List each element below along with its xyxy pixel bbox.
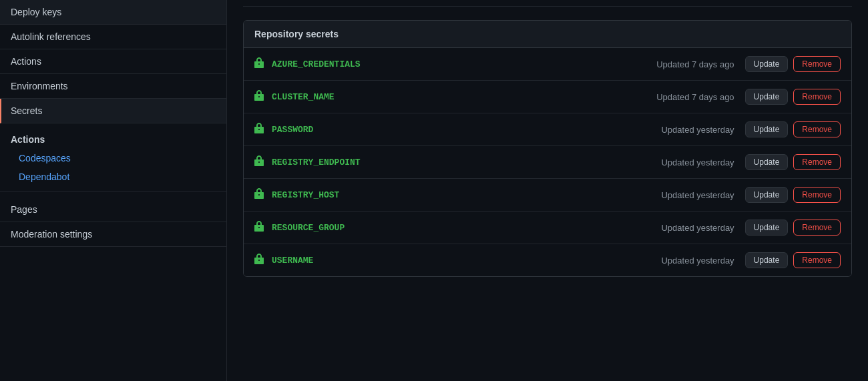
lock-icon — [254, 188, 264, 202]
lock-icon — [254, 123, 264, 136]
table-row: REGISTRY_ENDPOINT Updated yesterday Upda… — [244, 146, 851, 179]
sidebar-item-secrets[interactable]: Secrets — [0, 99, 226, 123]
table-row: AZURE_CREDENTIALS Updated 7 days ago Upd… — [244, 48, 851, 81]
secret-action-buttons: Update Remove — [745, 89, 841, 105]
remove-button[interactable]: Remove — [793, 220, 841, 236]
update-button[interactable]: Update — [745, 121, 789, 137]
secret-updated-timestamp: Updated yesterday — [661, 190, 734, 200]
top-bar — [243, 0, 852, 7]
update-button[interactable]: Update — [745, 187, 789, 203]
table-row: REGISTRY_HOST Updated yesterday Update R… — [244, 179, 851, 212]
secret-updated-timestamp: Updated yesterday — [661, 157, 734, 167]
remove-button[interactable]: Remove — [793, 252, 841, 268]
sidebar-item-environments[interactable]: Environments — [0, 74, 226, 99]
secret-action-buttons: Update Remove — [745, 154, 841, 170]
secret-action-buttons: Update Remove — [745, 252, 841, 268]
update-button[interactable]: Update — [745, 220, 789, 236]
remove-button[interactable]: Remove — [793, 56, 841, 72]
update-button[interactable]: Update — [745, 252, 789, 268]
sidebar-item-deploy-keys[interactable]: Deploy keys — [0, 0, 226, 25]
update-button[interactable]: Update — [745, 154, 789, 170]
secret-updated-timestamp: Updated yesterday — [661, 125, 734, 135]
sidebar-item-actions[interactable]: Actions — [0, 49, 226, 74]
secret-name: REGISTRY_ENDPOINT — [272, 157, 661, 167]
secret-updated-timestamp: Updated yesterday — [661, 256, 734, 266]
secret-updated-timestamp: Updated 7 days ago — [656, 59, 734, 69]
secrets-panel: Repository secrets AZURE_CREDENTIALS Upd… — [243, 20, 852, 277]
sidebar-sub-item-dependabot[interactable]: Dependabot — [0, 167, 226, 186]
table-row: PASSWORD Updated yesterday Update Remove — [244, 113, 851, 146]
secret-updated-timestamp: Updated yesterday — [661, 223, 734, 233]
sidebar: Deploy keys Autolink references Actions … — [0, 0, 227, 381]
secret-action-buttons: Update Remove — [745, 56, 841, 72]
table-row: CLUSTER_NAME Updated 7 days ago Update R… — [244, 81, 851, 113]
secret-action-buttons: Update Remove — [745, 187, 841, 203]
secrets-list: AZURE_CREDENTIALS Updated 7 days ago Upd… — [244, 48, 851, 276]
sidebar-sub-item-codespaces[interactable]: Codespaces — [0, 149, 226, 167]
remove-button[interactable]: Remove — [793, 121, 841, 137]
lock-icon — [254, 57, 264, 71]
remove-button[interactable]: Remove — [793, 187, 841, 203]
lock-icon — [254, 221, 264, 234]
update-button[interactable]: Update — [745, 56, 789, 72]
secret-action-buttons: Update Remove — [745, 220, 841, 236]
secret-name: PASSWORD — [272, 125, 661, 135]
secret-name: REGISTRY_HOST — [272, 190, 661, 200]
sidebar-section-header-actions: Actions — [0, 123, 226, 149]
secret-action-buttons: Update Remove — [745, 121, 841, 137]
sidebar-item-autolink-references[interactable]: Autolink references — [0, 25, 226, 49]
main-content: Repository secrets AZURE_CREDENTIALS Upd… — [227, 0, 868, 381]
table-row: USERNAME Updated yesterday Update Remove — [244, 244, 851, 276]
sidebar-item-pages[interactable]: Pages — [0, 198, 226, 222]
lock-icon — [254, 254, 264, 267]
secrets-panel-header: Repository secrets — [244, 21, 851, 48]
lock-icon — [254, 90, 264, 103]
sidebar-item-moderation-settings[interactable]: Moderation settings — [0, 222, 226, 247]
sidebar-section-actions: Actions Codespaces Dependabot — [0, 123, 226, 186]
sidebar-divider — [0, 192, 226, 192]
remove-button[interactable]: Remove — [793, 154, 841, 170]
secret-name: RESOURCE_GROUP — [272, 223, 661, 233]
secret-name: AZURE_CREDENTIALS — [272, 59, 656, 69]
update-button[interactable]: Update — [745, 89, 789, 105]
lock-icon — [254, 155, 264, 169]
secret-name: CLUSTER_NAME — [272, 92, 656, 102]
secret-updated-timestamp: Updated 7 days ago — [656, 92, 734, 102]
remove-button[interactable]: Remove — [793, 89, 841, 105]
table-row: RESOURCE_GROUP Updated yesterday Update … — [244, 212, 851, 244]
secret-name: USERNAME — [272, 256, 661, 266]
